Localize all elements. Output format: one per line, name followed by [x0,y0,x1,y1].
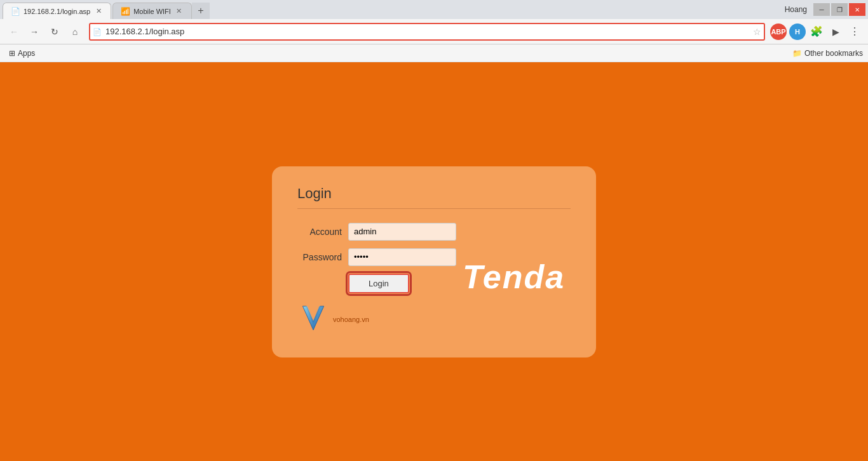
tab2-label: Mobile WIFI [133,8,171,15]
other-bookmarks[interactable]: 📁 Other bookmarks [792,49,863,58]
close-button[interactable]: ✕ [849,3,865,16]
user-name-label: Hoang [785,5,807,14]
svg-marker-0 [302,306,323,330]
address-bar[interactable] [89,23,765,41]
bookmark-apps[interactable]: ⊞ Apps [5,48,39,59]
page-icon: 📄 [93,27,102,36]
tab-close-button[interactable]: ✕ [94,7,103,16]
navigation-bar: ← → ↻ ⌂ 📄 ☆ ABP H 🧩 ▶ ⋮ [0,19,868,44]
extensions-icon[interactable]: 🧩 [808,23,825,40]
watermark-logo-icon [297,304,329,335]
svg-text:Tenda: Tenda [463,258,565,295]
address-bar-container: 📄 ☆ [89,23,765,41]
title-bar: 📄 192.168.2.1/login.asp ✕ 📶 Mobile WIFI … [0,0,868,19]
tenda-logo: Tenda [463,257,577,301]
apps-grid-icon: ⊞ [9,49,15,58]
login-card: Login Account Password Login [272,166,596,357]
tab-wifi-icon: 📶 [121,7,130,16]
profile-icon[interactable]: H [789,23,806,40]
tab2-close-button[interactable]: ✕ [175,7,184,16]
apps-label: Apps [18,49,35,58]
bookmarks-bar: ⊞ Apps 📁 Other bookmarks [0,44,868,62]
login-body: Account Password Login [297,223,571,335]
page-content: Login Account Password Login [0,62,868,461]
tab-label: 192.168.2.1/login.asp [24,8,90,15]
password-label: Password [297,252,342,262]
tab-active[interactable]: 📄 192.168.2.1/login.asp ✕ [3,3,111,19]
minimize-button[interactable]: ─ [813,3,830,16]
reload-button[interactable]: ↻ [46,23,64,41]
account-label: Account [297,227,342,237]
abp-icon[interactable]: ABP [770,23,787,40]
toolbar-icons: ABP H 🧩 ▶ ⋮ [770,23,863,40]
tenda-logo-svg: Tenda [463,257,577,295]
refresh-action-icon[interactable]: ▶ [827,23,844,40]
watermark-area: vohoang.vn [297,304,456,335]
tab-page-icon: 📄 [11,7,20,16]
back-button[interactable]: ← [5,23,23,41]
bookmark-star-icon[interactable]: ☆ [753,27,761,37]
tenda-logo-area: Tenda [469,223,571,335]
watermark-text: vohoang.vn [333,316,369,323]
account-row: Account [297,223,456,241]
password-input[interactable] [348,248,456,266]
login-title: Login [297,185,571,209]
menu-icon[interactable]: ⋮ [846,23,863,40]
browser-window: 📄 192.168.2.1/login.asp ✕ 📶 Mobile WIFI … [0,0,868,461]
login-form: Account Password Login [297,223,456,335]
tab-bar: 📄 192.168.2.1/login.asp ✕ 📶 Mobile WIFI … [3,0,785,19]
new-tab-button[interactable]: + [192,3,210,19]
tab-mobile-wifi[interactable]: 📶 Mobile WIFI ✕ [112,3,192,19]
other-bookmarks-label: Other bookmarks [804,49,863,58]
forward-button[interactable]: → [25,23,43,41]
window-controls: Hoang ─ ❐ ✕ [785,3,865,16]
folder-icon: 📁 [792,49,802,58]
login-button[interactable]: Login [348,274,409,293]
password-row: Password [297,248,456,266]
login-button-row: Login [297,274,456,293]
account-input[interactable] [348,223,456,241]
home-button[interactable]: ⌂ [66,23,84,41]
restore-button[interactable]: ❐ [831,3,848,16]
